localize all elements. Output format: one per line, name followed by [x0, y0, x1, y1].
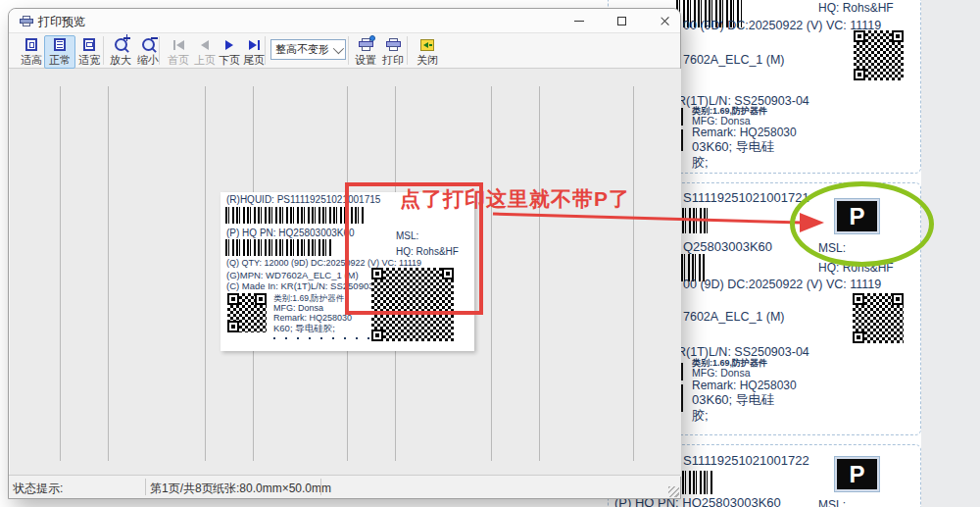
toolbar-separator — [407, 36, 408, 65]
hq-rohs-text: HQ: Rohs&HF — [396, 246, 459, 257]
minimize-button[interactable] — [564, 11, 594, 31]
fit-height-label: 适高 — [21, 54, 42, 66]
close-preview-button[interactable]: 关闭 — [412, 35, 443, 69]
toolbar-separator — [103, 36, 104, 65]
printer-icon — [20, 16, 33, 26]
fit-width-label: 适宽 — [78, 54, 100, 66]
scale-mode-dropdown[interactable]: 整高不变形 — [270, 39, 346, 60]
toolbar: 适高 正常 适宽 放大 缩小 首页 上页 下页 — [9, 33, 680, 69]
msl-line: MSL: — [818, 241, 846, 255]
paper-size-info: 纸张:80.0mm×50.0mm — [213, 481, 331, 497]
print-preview-dialog: 打印预览 适高 正常 适宽 放大 缩小 首页 — [8, 8, 681, 499]
close-window-button[interactable] — [650, 11, 679, 31]
fit-width-button[interactable]: 适宽 — [74, 35, 105, 69]
dotted-line — [273, 337, 379, 339]
remark-line: 胶; — [692, 407, 709, 425]
page-guide-line — [60, 86, 61, 461]
next-page-icon — [220, 36, 238, 53]
remark-line: Remark: HQ258030 — [692, 126, 797, 139]
qr-code — [854, 30, 904, 80]
statusbar-separator — [145, 479, 146, 495]
msl-p-badge: P — [835, 457, 879, 491]
msl-line: MSL: — [396, 230, 418, 241]
zoom-out-icon — [139, 36, 157, 53]
resize-grip[interactable] — [668, 486, 679, 497]
next-page-label: 下页 — [219, 54, 240, 66]
status-bar: 状态提示: 第1页/共8页 纸张:80.0mm×50.0mm — [9, 475, 680, 498]
barcode — [682, 471, 714, 494]
zoom-out-label: 缩小 — [137, 54, 159, 66]
uid-line: (R)HQUID: PS11119251021001715 — [226, 194, 380, 205]
fit-height-button[interactable]: 适高 — [16, 35, 47, 69]
mpn-line: 7602A_ELC_1 (M) — [683, 53, 785, 67]
mpn-line: 7602A_ELC_1 (M) — [683, 310, 785, 324]
first-page-label: 首页 — [168, 54, 189, 66]
page-guide-line — [539, 86, 540, 461]
prev-page-label: 上页 — [194, 54, 216, 66]
page-info: 第1页/共8页 — [150, 481, 214, 497]
origin-line: (C) Made In: KR(1T)L/N: SS250903-04 — [226, 281, 387, 291]
fit-height-icon — [23, 36, 40, 53]
chevron-down-icon — [333, 42, 344, 53]
exit-icon — [418, 36, 436, 53]
toolbar-separator — [348, 36, 349, 65]
minimize-icon — [574, 21, 584, 22]
page-guide-line — [491, 86, 492, 461]
maximize-icon — [617, 17, 626, 25]
qty-line: 00 (9D) DC:20250922 (V) VC: 11119 — [683, 278, 881, 291]
prev-page-icon — [196, 36, 214, 53]
page-guide-line — [108, 86, 109, 461]
print-icon — [384, 36, 402, 53]
first-page-icon — [170, 36, 187, 53]
toolbar-separator — [265, 36, 266, 65]
barcode — [682, 208, 710, 233]
status-hint-label: 状态提示: — [13, 481, 63, 497]
desktop-gray-area — [921, 0, 980, 507]
hq-rohs-text: HQ: Rohs&HF — [818, 261, 894, 275]
category-line: 类别:1.69,防护器件 — [273, 294, 344, 303]
barcode — [225, 207, 364, 224]
statusbar-separator — [320, 479, 321, 495]
qr-code — [853, 293, 904, 343]
title-bar[interactable]: 打印预览 — [9, 9, 680, 33]
label-preview-page: (R)HQUID: PS11119251021001715 (P) HQ PN:… — [220, 192, 474, 351]
page-guide-line — [633, 86, 634, 461]
settings-printer-icon — [357, 36, 374, 53]
pn-line: Q25803003K60 — [683, 239, 772, 254]
qty-line: 00 (9D) DC:20250922 (V) VC: 11119 — [683, 19, 881, 32]
normal-zoom-label: 正常 — [49, 54, 71, 66]
zoom-in-icon — [112, 36, 129, 53]
page-guide-line — [205, 86, 206, 461]
remark-line: 胶; — [692, 154, 709, 172]
zoom-in-label: 放大 — [110, 54, 131, 66]
toolbar-separator — [159, 36, 160, 65]
mfg-line: MFG: Donsa — [692, 367, 751, 379]
uid-line: S11119251021001721 — [683, 190, 809, 205]
remark-line: Remark: HQ258030 — [692, 379, 797, 392]
maximize-button[interactable] — [607, 11, 636, 31]
last-page-icon — [245, 36, 263, 53]
normal-zoom-icon — [51, 36, 69, 53]
print-label: 打印 — [382, 54, 404, 66]
close-icon — [660, 16, 670, 26]
qr-code — [371, 268, 454, 341]
barcode — [225, 239, 332, 256]
msl-p-badge: P — [835, 199, 879, 233]
last-page-label: 尾页 — [243, 54, 265, 66]
close-preview-label: 关闭 — [416, 54, 438, 66]
scale-mode-value: 整高不变形 — [275, 42, 329, 57]
pn-line: (P) HQ PN: HQ25803003K60 — [226, 228, 355, 238]
hq-rohs-text: HQ: Rohs&HF — [818, 1, 894, 15]
qr-code — [227, 293, 267, 332]
preview-canvas[interactable]: (R)HQUID: PS11119251021001715 (P) HQ PN:… — [10, 69, 681, 477]
print-button[interactable]: 打印 — [377, 35, 409, 69]
fit-width-icon — [80, 36, 98, 53]
remark-line: K60; 导电硅胶; — [273, 324, 335, 333]
normal-zoom-button[interactable]: 正常 — [44, 35, 75, 69]
window-title: 打印预览 — [38, 14, 85, 30]
uid-line: S11119251021001722 — [683, 453, 809, 468]
mpn-line: (G)MPN: WD7602A_ELC_1 (M) — [226, 271, 359, 280]
settings-label: 设置 — [355, 54, 376, 66]
msl-line: MSL: — [818, 498, 846, 507]
